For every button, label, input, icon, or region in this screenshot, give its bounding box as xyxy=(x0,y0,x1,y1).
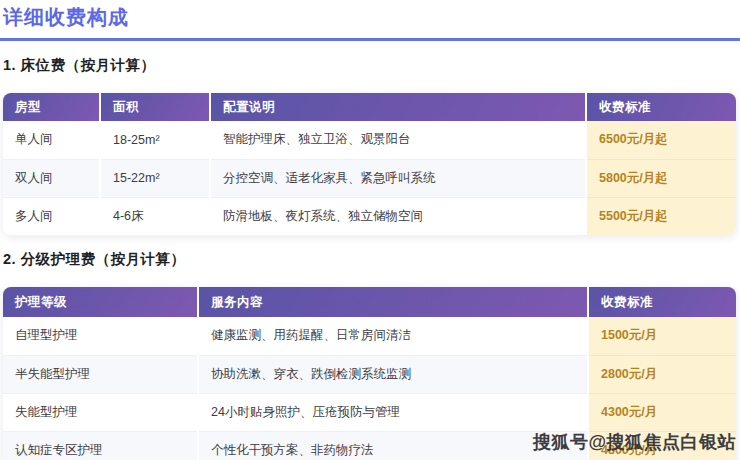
cell-care-level: 半失能型护理 xyxy=(3,355,198,393)
cell-configuration: 防滑地板、夜灯系统、独立储物空间 xyxy=(210,197,586,235)
cell-care-level: 自理型护理 xyxy=(3,317,198,355)
column-header-fee-standard: 收费标准 xyxy=(586,93,736,121)
page-title: 详细收费构成 xyxy=(3,4,735,31)
column-header-service-content: 服务内容 xyxy=(198,287,588,317)
cell-care-level: 认知症专区护理 xyxy=(3,431,198,460)
cell-fee: 4300元/月 xyxy=(588,393,736,431)
table-row: 自理型护理 健康监测、用药提醒、日常房间清洁 1500元/月 xyxy=(3,317,736,355)
column-header-room-type: 房型 xyxy=(3,93,100,121)
table-row: 半失能型护理 协助洗漱、穿衣、跌倒检测系统监测 2800元/月 xyxy=(3,355,736,393)
cell-fee: 5500元/月起 xyxy=(586,197,736,235)
fee-structure-page: 详细收费构成 1. 床位费（按月计算） 房型 面积 配置说明 收费标准 单人间 … xyxy=(0,0,740,460)
cell-service-content: 健康监测、用药提醒、日常房间清洁 xyxy=(198,317,588,355)
cell-service-content: 个性化干预方案、非药物疗法 xyxy=(198,431,588,460)
table-row: 多人间 4-6床 防滑地板、夜灯系统、独立储物空间 5500元/月起 xyxy=(3,197,736,235)
cell-fee: 4800元/月 xyxy=(588,431,736,460)
column-header-fee-standard: 收费标准 xyxy=(588,287,736,317)
column-header-area: 面积 xyxy=(100,93,210,121)
table-header-row: 房型 面积 配置说明 收费标准 xyxy=(3,93,736,121)
cell-area: 15-22m² xyxy=(100,159,210,197)
table-row: 认知症专区护理 个性化干预方案、非药物疗法 4800元/月 xyxy=(3,431,736,460)
cell-area: 4-6床 xyxy=(100,197,210,235)
section-heading-bed-fee: 1. 床位费（按月计算） xyxy=(3,56,735,75)
title-divider xyxy=(0,38,740,41)
section-heading-nursing-fee: 2. 分级护理费（按月计算） xyxy=(3,250,735,269)
column-header-configuration: 配置说明 xyxy=(210,93,586,121)
column-header-care-level: 护理等级 xyxy=(3,287,198,317)
cell-care-level: 失能型护理 xyxy=(3,393,198,431)
cell-fee: 5800元/月起 xyxy=(586,159,736,197)
cell-service-content: 24小时贴身照护、压疮预防与管理 xyxy=(198,393,588,431)
cell-service-content: 协助洗漱、穿衣、跌倒检测系统监测 xyxy=(198,355,588,393)
cell-area: 18-25m² xyxy=(100,121,210,159)
cell-room-type: 单人间 xyxy=(3,121,100,159)
table-row: 失能型护理 24小时贴身照护、压疮预防与管理 4300元/月 xyxy=(3,393,736,431)
cell-fee: 2800元/月 xyxy=(588,355,736,393)
nursing-fee-table: 护理等级 服务内容 收费标准 自理型护理 健康监测、用药提醒、日常房间清洁 15… xyxy=(3,287,736,460)
cell-room-type: 多人间 xyxy=(3,197,100,235)
bed-fee-table: 房型 面积 配置说明 收费标准 单人间 18-25m² 智能护理床、独立卫浴、观… xyxy=(3,93,736,235)
table-header-row: 护理等级 服务内容 收费标准 xyxy=(3,287,736,317)
bed-fee-table-grid: 房型 面积 配置说明 收费标准 单人间 18-25m² 智能护理床、独立卫浴、观… xyxy=(3,93,736,235)
cell-room-type: 双人间 xyxy=(3,159,100,197)
table-row: 单人间 18-25m² 智能护理床、独立卫浴、观景阳台 6500元/月起 xyxy=(3,121,736,159)
cell-fee: 1500元/月 xyxy=(588,317,736,355)
cell-configuration: 分控空调、适老化家具、紧急呼叫系统 xyxy=(210,159,586,197)
table-row: 双人间 15-22m² 分控空调、适老化家具、紧急呼叫系统 5800元/月起 xyxy=(3,159,736,197)
nursing-fee-table-grid: 护理等级 服务内容 收费标准 自理型护理 健康监测、用药提醒、日常房间清洁 15… xyxy=(3,287,736,460)
cell-configuration: 智能护理床、独立卫浴、观景阳台 xyxy=(210,121,586,159)
cell-fee: 6500元/月起 xyxy=(586,121,736,159)
